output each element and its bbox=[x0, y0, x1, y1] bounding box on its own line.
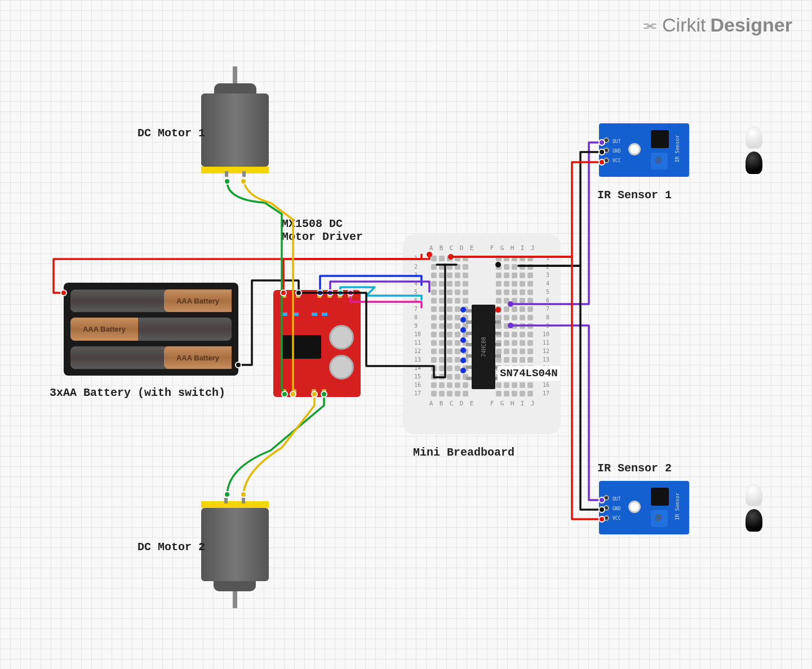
bb-col-labels-bottom: ABCDE FGHIJ bbox=[413, 396, 551, 411]
logo-text-cirkit: Cirkit bbox=[662, 14, 705, 36]
bb-col-labels-top: ABCDE FGHIJ bbox=[413, 244, 551, 255]
motor-driver[interactable] bbox=[273, 290, 361, 397]
motor2-label: DC Motor 2 bbox=[137, 541, 205, 554]
breadboard-label: Mini Breadboard bbox=[413, 446, 514, 459]
battery-pack[interactable]: AAA Battery AAA Battery AAA Battery bbox=[64, 283, 238, 376]
motor1-label: DC Motor 1 bbox=[137, 127, 205, 140]
ic-label: SN74LS04N bbox=[498, 366, 560, 381]
logo-text-designer: Designer bbox=[711, 14, 793, 36]
logo-icon: ⫘ bbox=[642, 16, 658, 34]
ir1-label: IR Sensor 1 bbox=[597, 189, 672, 202]
battery-label: 3xAA Battery (with switch) bbox=[50, 386, 225, 399]
svg-point-2 bbox=[224, 179, 230, 184]
breadboard[interactable]: ABCDE FGHIJ 1122334455667788991010111112… bbox=[403, 234, 561, 434]
svg-point-3 bbox=[241, 179, 246, 184]
ir-sensor-2[interactable]: OUT GND VCC IR Sensor bbox=[599, 481, 729, 534]
dc-motor-2[interactable] bbox=[201, 496, 269, 608]
ir2-label: IR Sensor 2 bbox=[597, 462, 672, 475]
logo: ⫘ Cirkit Designer bbox=[642, 14, 792, 36]
driver-label: MX1508 DC Motor Driver bbox=[282, 217, 363, 243]
dc-motor-1[interactable] bbox=[201, 66, 269, 179]
ir-sensor-1[interactable]: OUT GND VCC IR Sensor bbox=[599, 123, 729, 177]
ic-chip[interactable]: 74HC00 bbox=[472, 305, 495, 389]
